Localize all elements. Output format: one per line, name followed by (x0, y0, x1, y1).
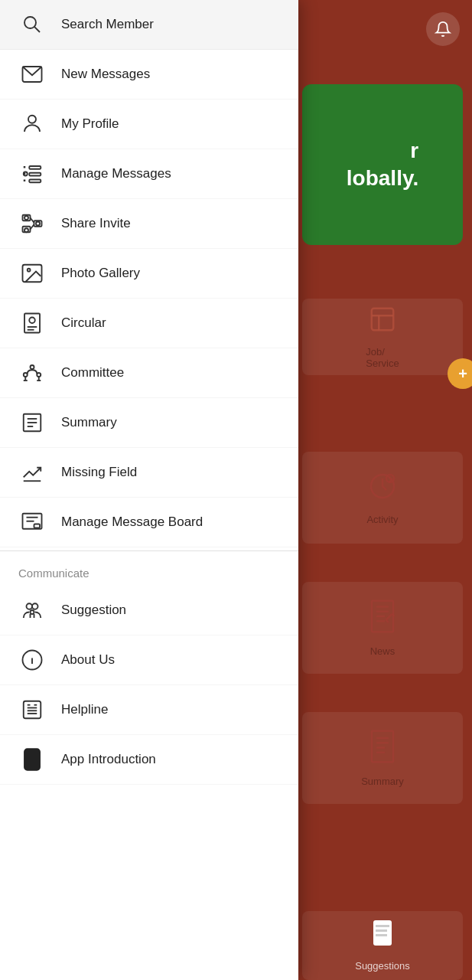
svg-point-23 (28, 116, 36, 123)
svg-rect-58 (34, 524, 41, 528)
sidebar-item-suggestion[interactable]: Suggestion (0, 586, 298, 635)
sidebar-item-helpline[interactable]: Helpline (0, 685, 298, 735)
svg-rect-26 (29, 166, 41, 169)
sidebar-item-search-member[interactable]: Search Member (0, 0, 298, 50)
missing-field-label: Missing Field (61, 465, 137, 480)
manage-messages-icon (18, 160, 46, 188)
about-us-icon (18, 646, 46, 674)
activity-label: Activity (366, 514, 398, 525)
svg-rect-18 (376, 929, 387, 932)
circular-label: Circular (61, 315, 106, 331)
sidebar-item-committee[interactable]: Committee (0, 348, 298, 398)
search-member-label: Search Member (61, 17, 154, 32)
manage-message-board-label: Manage Message Board (61, 514, 203, 530)
communicate-section-header: Communicate (0, 554, 298, 586)
job-service-label: Job/Service (366, 346, 399, 369)
communicate-section: Suggestion About Us (0, 586, 298, 785)
sidebar-item-manage-messages[interactable]: Manage Messages (0, 149, 298, 199)
activity-card[interactable]: Activity (302, 452, 463, 544)
helpline-label: Helpline (61, 702, 108, 717)
background-content: rlobally. Job/Service + Activity (288, 0, 472, 980)
svg-rect-65 (24, 701, 41, 719)
svg-line-21 (34, 27, 40, 32)
svg-line-8 (386, 613, 392, 619)
new-messages-icon (18, 60, 46, 88)
svg-point-36 (36, 222, 40, 226)
summary-label: Summary (361, 776, 404, 787)
svg-rect-17 (376, 925, 389, 927)
share-invite-label: Share Invite (61, 216, 131, 231)
suggestions-card[interactable]: Suggestions (302, 911, 463, 980)
suggestion-icon (18, 596, 46, 624)
sidebar-item-share-invite[interactable]: Share Invite (0, 199, 298, 249)
sidebar-item-missing-field[interactable]: Missing Field (0, 448, 298, 498)
svg-rect-19 (376, 934, 387, 936)
activity-icon (367, 471, 398, 508)
suggestion-label: Suggestion (61, 603, 126, 618)
sidebar-item-my-profile[interactable]: My Profile (0, 100, 298, 149)
svg-point-35 (24, 216, 28, 220)
suggestions-label: Suggestions (355, 960, 410, 972)
circular-icon (18, 309, 46, 337)
sidebar-item-about-us[interactable]: About Us (0, 635, 298, 685)
svg-point-60 (32, 603, 38, 609)
svg-rect-16 (373, 920, 392, 946)
main-menu-section: Search Member New Messages My Profile (0, 0, 298, 547)
app-introduction-label: App Introduction (61, 752, 156, 767)
svg-rect-24 (29, 125, 35, 132)
sidebar-drawer: Search Member New Messages My Profile (0, 0, 298, 980)
svg-line-10 (386, 619, 389, 622)
svg-point-43 (31, 365, 34, 369)
section-divider (0, 550, 298, 551)
committee-icon (18, 359, 46, 387)
search-member-icon (18, 11, 46, 38)
sidebar-item-summary[interactable]: Summary (0, 398, 298, 448)
job-service-card[interactable]: Job/Service (302, 299, 463, 375)
summary-menu-icon (18, 409, 46, 436)
about-us-label: About Us (61, 652, 115, 668)
missing-field-icon (18, 459, 46, 486)
svg-rect-0 (372, 309, 394, 331)
photo-gallery-icon (18, 260, 46, 287)
share-invite-icon (18, 210, 46, 237)
app-introduction-icon (18, 746, 46, 773)
summary-card[interactable]: Summary (302, 712, 463, 804)
manage-messages-label: Manage Messages (61, 166, 171, 181)
news-label: News (370, 645, 396, 657)
svg-rect-30 (23, 227, 31, 233)
svg-rect-28 (29, 180, 41, 183)
manage-message-board-icon (18, 508, 46, 536)
suggestions-icon (371, 920, 394, 954)
new-messages-label: New Messages (61, 67, 150, 82)
summary-icon (369, 730, 396, 769)
svg-point-20 (24, 17, 36, 28)
svg-rect-27 (29, 173, 41, 176)
svg-rect-71 (24, 749, 40, 770)
sidebar-item-manage-message-board[interactable]: Manage Message Board (0, 498, 298, 547)
job-service-icon (368, 305, 397, 340)
committee-label: Committee (61, 365, 124, 381)
summary-menu-label: Summary (61, 415, 117, 430)
svg-line-9 (392, 613, 395, 616)
my-profile-label: My Profile (61, 116, 119, 132)
helpline-icon (18, 696, 46, 724)
sidebar-item-app-introduction[interactable]: App Introduction (0, 735, 298, 785)
svg-rect-11 (372, 730, 393, 762)
news-icon (368, 599, 397, 639)
svg-point-34 (24, 228, 28, 232)
sidebar-item-photo-gallery[interactable]: Photo Gallery (0, 249, 298, 299)
svg-point-38 (28, 269, 31, 272)
promo-banner: rlobally. (302, 84, 463, 245)
news-card[interactable]: News (302, 582, 463, 674)
notification-bell[interactable] (426, 12, 460, 46)
photo-gallery-label: Photo Gallery (61, 266, 140, 281)
sidebar-item-new-messages[interactable]: New Messages (0, 50, 298, 100)
my-profile-icon (18, 110, 46, 138)
svg-point-61 (31, 610, 34, 614)
svg-point-59 (27, 603, 33, 609)
add-button[interactable]: + (448, 358, 472, 389)
svg-point-40 (29, 318, 35, 324)
sidebar-item-circular[interactable]: Circular (0, 299, 298, 348)
